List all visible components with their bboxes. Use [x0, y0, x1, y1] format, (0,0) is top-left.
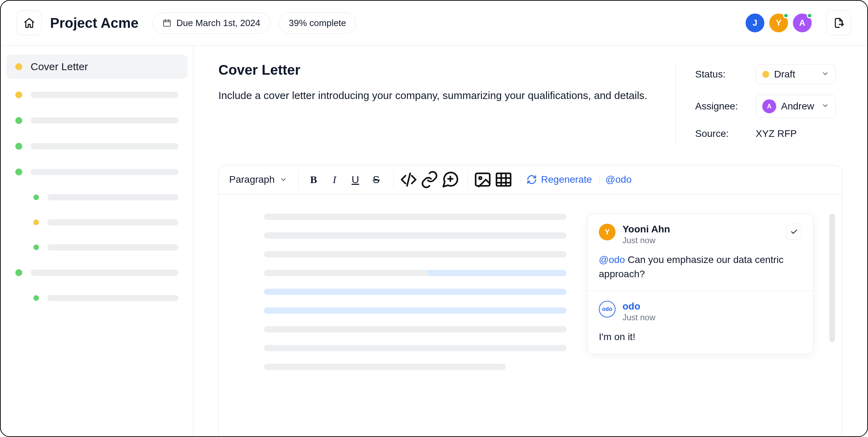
sidebar-item[interactable] — [6, 188, 187, 207]
meta-assignee-row: Assignee: A Andrew — [695, 95, 842, 118]
strikethrough-icon: S — [373, 174, 380, 185]
sidebar-item[interactable] — [6, 111, 187, 130]
sidebar-item-placeholder — [47, 244, 178, 250]
comment-time: Just now — [622, 236, 670, 245]
progress-pill[interactable]: 39% complete — [279, 13, 356, 34]
comment-icon — [441, 170, 460, 189]
assignee-avatar: A — [762, 99, 776, 113]
block-style-label: Paragraph — [229, 174, 275, 185]
sidebar-item[interactable] — [6, 162, 187, 182]
code-icon — [399, 170, 418, 189]
block-style-select[interactable]: Paragraph — [226, 171, 291, 188]
app-frame: Project Acme Due March 1st, 2024 39% com… — [0, 0, 868, 437]
due-date-pill[interactable]: Due March 1st, 2024 — [152, 13, 270, 34]
comment: odoodoJust nowI'm on it! — [588, 291, 813, 354]
collaborator-avatars: JYA — [746, 14, 812, 32]
doc-header: Cover Letter Include a cover letter intr… — [218, 62, 842, 144]
sidebar-item-placeholder — [31, 92, 178, 98]
presence-indicator — [783, 13, 789, 18]
check-icon — [790, 228, 798, 236]
sidebar-item-placeholder — [31, 270, 178, 276]
comment-author: Yooni Ahn — [622, 224, 670, 235]
status-value: Draft — [774, 69, 795, 80]
regenerate-icon — [527, 174, 537, 185]
assignee-value: Andrew — [781, 101, 814, 112]
link-icon — [420, 170, 439, 189]
status-dot-icon — [15, 269, 22, 276]
svg-rect-1 — [476, 173, 490, 186]
odo-avatar: odo — [599, 301, 616, 318]
underline-button[interactable]: U — [346, 170, 365, 189]
main: Cover Letter Include a cover letter intr… — [193, 46, 867, 436]
mention[interactable]: @odo — [599, 254, 625, 265]
editor: Paragraph B I U S — [218, 165, 842, 436]
mention-odo-label: @odo — [605, 174, 632, 185]
regenerate-button[interactable]: Regenerate — [527, 174, 592, 185]
meta-assignee-label: Assignee: — [695, 101, 747, 112]
sidebar-item[interactable]: Cover Letter — [6, 55, 187, 79]
due-date-label: Due March 1st, 2024 — [176, 18, 260, 28]
status-dot-icon — [15, 63, 22, 70]
bold-icon: B — [310, 174, 317, 185]
regenerate-label: Regenerate — [541, 174, 592, 185]
body: Cover Letter Cover Letter Include a cove… — [1, 46, 867, 436]
comment-button[interactable] — [441, 170, 460, 189]
table-button[interactable] — [494, 170, 513, 189]
content-placeholder-line — [264, 232, 566, 239]
collaborator-avatar[interactable]: J — [746, 14, 764, 32]
underline-icon: U — [352, 174, 359, 185]
collaborator-avatar[interactable]: Y — [769, 14, 788, 32]
sidebar-item[interactable] — [6, 238, 187, 257]
meta-source-label: Source: — [695, 128, 747, 139]
sidebar-item-placeholder — [47, 194, 178, 200]
chevron-down-icon — [280, 176, 287, 183]
meta-source-row: Source: XYZ RFP — [695, 128, 842, 139]
home-icon — [23, 17, 35, 29]
italic-button[interactable]: I — [325, 170, 344, 189]
assignee-select[interactable]: A Andrew — [756, 95, 836, 118]
status-select[interactable]: Draft — [756, 64, 836, 84]
content-area[interactable] — [264, 214, 566, 422]
mention-odo-button[interactable]: @odo — [605, 174, 632, 185]
sidebar-item[interactable] — [6, 85, 187, 105]
image-button[interactable] — [473, 170, 492, 189]
resolve-comment-button[interactable] — [786, 224, 802, 240]
home-button[interactable] — [17, 10, 42, 35]
content-placeholder-line — [264, 214, 566, 220]
content-placeholder-line — [264, 270, 566, 276]
sidebar-item-placeholder — [31, 117, 178, 124]
svg-rect-3 — [497, 173, 511, 186]
bold-button[interactable]: B — [304, 170, 323, 189]
comment-time: Just now — [622, 313, 656, 322]
code-button[interactable] — [399, 170, 418, 189]
content-placeholder-line — [264, 289, 566, 295]
sidebar: Cover Letter — [1, 46, 193, 436]
content-placeholder-line — [264, 307, 566, 314]
sidebar-item[interactable] — [6, 137, 187, 156]
comment: YYooni AhnJust now@odo Can you emphasize… — [588, 214, 813, 291]
meta-status-row: Status: Draft — [695, 64, 842, 84]
link-button[interactable] — [420, 170, 439, 189]
export-button[interactable] — [826, 10, 851, 35]
status-dot-icon — [15, 91, 22, 98]
progress-label: 39% complete — [289, 18, 346, 28]
status-dot-icon — [33, 295, 39, 301]
sidebar-item[interactable] — [6, 289, 187, 307]
status-dot-icon — [15, 117, 22, 124]
editor-body: YYooni AhnJust now@odo Can you emphasize… — [219, 194, 842, 436]
sidebar-item[interactable] — [6, 263, 187, 282]
sidebar-item[interactable] — [6, 213, 187, 232]
doc-title: Cover Letter — [218, 62, 654, 78]
strikethrough-button[interactable]: S — [367, 170, 386, 189]
status-dot-icon — [33, 195, 39, 200]
sidebar-item-placeholder — [47, 219, 178, 225]
calendar-icon — [162, 18, 171, 27]
chevron-down-icon — [821, 70, 829, 77]
image-icon — [473, 170, 492, 189]
scrollbar-thumb[interactable] — [829, 214, 835, 342]
content-placeholder-line — [264, 251, 566, 257]
collaborator-avatar[interactable]: A — [793, 14, 812, 32]
chevron-down-icon — [821, 102, 829, 109]
content-placeholder-line — [264, 326, 566, 332]
sidebar-item-label: Cover Letter — [31, 61, 88, 73]
